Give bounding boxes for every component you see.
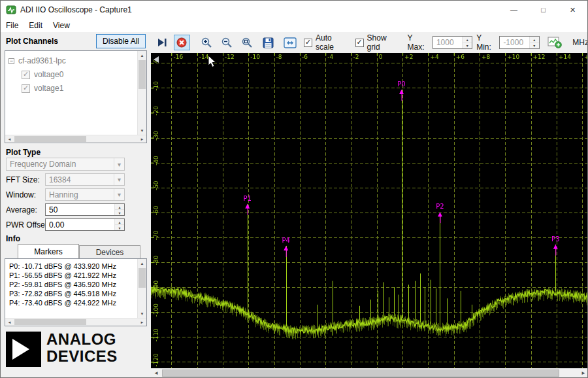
scroll-left-icon[interactable]: ◄	[5, 318, 14, 326]
titlebar: ADI IIO Oscilloscope - Capture1 — □ ✕	[1, 1, 587, 19]
spin-down-button[interactable]: ▾	[463, 43, 472, 49]
scroll-down-icon[interactable]: ▼	[138, 126, 146, 135]
scrollbar-thumb[interactable]	[14, 136, 86, 142]
scrollbar-thumb[interactable]	[139, 268, 146, 288]
new-plot-button[interactable]	[546, 35, 564, 50]
zoom-in-button[interactable]	[199, 35, 214, 50]
checkbox-checked-icon: ✓	[304, 39, 312, 47]
disable-all-button[interactable]: Disable All	[96, 34, 146, 48]
list-horizontal-scrollbar[interactable]: ◄ ►	[5, 318, 146, 326]
chevron-down-icon: ▾	[114, 189, 124, 200]
scrollbar-thumb[interactable]	[139, 60, 146, 89]
maximize-button[interactable]: □	[529, 1, 558, 19]
menu-view[interactable]: View	[48, 19, 75, 32]
window-controls: — □ ✕	[499, 1, 587, 19]
show-grid-label: Show grid	[367, 33, 400, 52]
spin-down-button[interactable]: ▾	[115, 225, 124, 230]
spectrum-canvas[interactable]	[151, 53, 588, 368]
scroll-right-icon[interactable]: ►	[138, 135, 146, 143]
plot-toolbar: ✓ Auto scale ✓ Show grid Y Max: 1000 ▴▾ …	[151, 32, 588, 53]
channel-checkbox-voltage1[interactable]: ✓	[22, 84, 30, 93]
device-row[interactable]: − cf-ad9361-lpc	[8, 55, 66, 67]
menu-edit[interactable]: Edit	[24, 19, 48, 32]
expander-collapse-icon[interactable]: −	[8, 58, 14, 64]
show-grid-checkbox[interactable]: ✓ Show grid	[355, 33, 400, 52]
tree-vertical-scrollbar[interactable]: ▲ ▼	[137, 51, 146, 135]
app-icon	[6, 5, 16, 15]
unit-label: MHz	[572, 38, 588, 47]
scroll-up-icon[interactable]: ▲	[138, 51, 146, 60]
zoom-fit-icon	[241, 37, 253, 48]
channel-label-voltage0: voltage0	[34, 70, 63, 79]
stop-capture-icon	[176, 37, 187, 48]
y-min-label: Y Min:	[476, 33, 497, 52]
fft-size-select[interactable]: 16384 ▾	[45, 173, 125, 186]
checkbox-checked-icon: ✓	[355, 39, 364, 47]
spin-up-button[interactable]: ▴	[115, 204, 124, 210]
scroll-up-icon[interactable]: ▲	[138, 259, 146, 267]
save-button[interactable]	[261, 35, 276, 50]
y-max-spinner[interactable]: 1000 ▴▾	[433, 36, 472, 49]
logo-text-analog: ANALOG	[46, 330, 116, 349]
y-max-value: 1000	[436, 38, 454, 47]
fft-size-value: 16384	[49, 175, 71, 184]
tab-markers[interactable]: Markers	[18, 244, 79, 258]
list-vertical-scrollbar[interactable]: ▲ ▼	[137, 259, 146, 318]
tab-devices[interactable]: Devices	[79, 245, 140, 258]
marker-row[interactable]: P1: -56.55 dBFS @ 421.922 MHz	[5, 271, 137, 280]
channel-row-voltage0[interactable]: ✓ voltage0	[22, 69, 63, 80]
spin-down-button[interactable]: ▾	[115, 210, 124, 215]
check-icon: ✓	[23, 71, 29, 78]
channel-row-voltage1[interactable]: ✓ voltage1	[22, 82, 63, 94]
spin-down-button[interactable]: ▾	[530, 43, 539, 49]
y-max-label: Y Max:	[408, 33, 431, 52]
info-label: Info	[6, 234, 20, 243]
y-min-value: -1000	[503, 38, 523, 47]
window-value: Hanning	[49, 190, 78, 199]
window-label: Window:	[6, 190, 36, 199]
plot-type-select[interactable]: Frequency Domain ▾	[6, 158, 125, 171]
scroll-right-icon[interactable]: ►	[138, 318, 146, 326]
marker-row[interactable]: P2: -59.81 dBFS @ 436.920 MHz	[5, 280, 137, 289]
menu-file[interactable]: File	[1, 19, 24, 32]
scroll-down-icon[interactable]: ▼	[138, 309, 146, 318]
marker-row[interactable]: P3: -72.82 dBFS @ 445.918 MHz	[5, 289, 137, 298]
stop-capture-button[interactable]	[174, 35, 190, 50]
scrollbar-thumb[interactable]	[162, 369, 559, 377]
channel-label-voltage1: voltage1	[34, 84, 63, 93]
menubar: File Edit View	[1, 19, 587, 32]
scroll-left-icon[interactable]: ◄	[151, 369, 161, 377]
zoom-in-icon	[201, 37, 212, 48]
marker-row[interactable]: P4: -73.40 dBFS @ 424.922 MHz	[5, 298, 137, 307]
plot-horizontal-scrollbar[interactable]: ◄ ►	[151, 368, 588, 377]
spin-up-button[interactable]: ▴	[530, 37, 539, 43]
zoom-fit-button[interactable]	[239, 35, 254, 50]
new-plot-icon	[547, 37, 562, 48]
plot-type-value: Frequency Domain	[10, 160, 76, 169]
average-spinner[interactable]: 50 ▴▾	[45, 203, 125, 216]
zoom-out-icon	[221, 37, 233, 48]
scrollbar-thumb[interactable]	[14, 319, 86, 325]
marker-row[interactable]: P0: -10.71 dBFS @ 433.920 MHz	[5, 262, 137, 271]
check-icon: ✓	[23, 84, 29, 92]
fit-plot-button[interactable]	[282, 35, 297, 50]
plot-area	[151, 53, 588, 368]
window-select[interactable]: Hanning ▾	[45, 188, 125, 201]
pwr-offset-spinner[interactable]: 0.00 ▴▾	[45, 218, 125, 231]
auto-scale-label: Auto scale	[316, 33, 350, 52]
scroll-left-icon[interactable]: ◄	[5, 135, 14, 143]
pwr-offset-value: 0.00	[49, 220, 64, 230]
capture-play-button[interactable]	[155, 35, 170, 50]
close-button[interactable]: ✕	[558, 1, 587, 19]
plot-channels-label: Plot Channels	[6, 37, 58, 46]
spin-up-button[interactable]: ▴	[463, 37, 472, 43]
y-min-spinner[interactable]: -1000 ▴▾	[499, 36, 539, 49]
auto-scale-checkbox[interactable]: ✓ Auto scale	[304, 33, 350, 52]
tree-horizontal-scrollbar[interactable]: ◄ ►	[5, 135, 146, 143]
play-skip-icon	[157, 37, 167, 48]
zoom-out-button[interactable]	[220, 35, 235, 50]
minimize-button[interactable]: —	[499, 1, 529, 19]
channel-checkbox-voltage0[interactable]: ✓	[22, 71, 30, 79]
spin-up-button[interactable]: ▴	[115, 219, 124, 225]
scroll-right-icon[interactable]: ►	[578, 369, 588, 377]
